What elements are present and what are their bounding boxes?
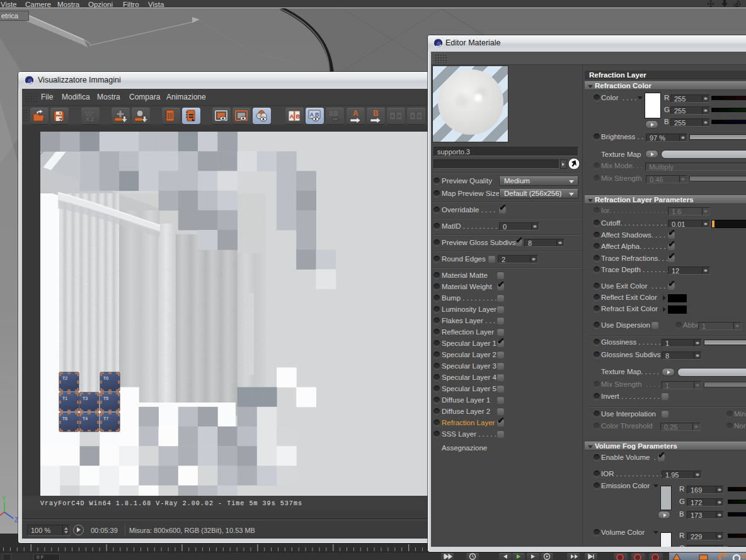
- svg-text:T3: T3: [83, 396, 88, 401]
- svg-text:B: B: [398, 113, 401, 119]
- svg-text:2: 2: [91, 116, 94, 122]
- svg-text:AB: AB: [329, 110, 338, 117]
- svg-text:A: A: [310, 111, 314, 118]
- svg-text:B: B: [373, 109, 379, 118]
- svg-text:?: ?: [59, 117, 62, 123]
- svg-text:T7: T7: [103, 416, 108, 421]
- svg-text:A: A: [411, 113, 415, 119]
- svg-text:B: B: [315, 111, 319, 118]
- svg-text:B: B: [418, 113, 422, 119]
- svg-text:A: A: [353, 109, 359, 118]
- svg-text:A: A: [391, 113, 394, 119]
- svg-text:B: B: [296, 113, 301, 120]
- svg-text:T2: T2: [62, 376, 67, 380]
- svg-text:Y: Y: [2, 495, 6, 502]
- svg-text:A: A: [290, 113, 294, 120]
- svg-text:T5: T5: [103, 396, 108, 401]
- svg-text:T1: T1: [62, 396, 67, 401]
- svg-text:T4: T4: [83, 416, 88, 421]
- svg-text:X: X: [86, 116, 89, 122]
- svg-text:T0: T0: [103, 376, 108, 380]
- svg-text:T6: T6: [62, 416, 67, 421]
